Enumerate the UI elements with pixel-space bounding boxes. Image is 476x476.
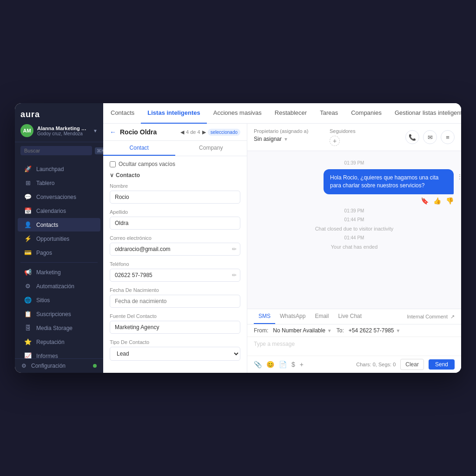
- bookmark-icon[interactable]: 🔖: [421, 197, 429, 205]
- sidebar-item-sitios[interactable]: 🌐 Sitios: [18, 293, 100, 307]
- conversaciones-icon: 💬: [24, 193, 32, 200]
- sidebar-item-label: Launchpad: [36, 166, 64, 172]
- fuente-input[interactable]: [110, 321, 240, 334]
- field-correo: Correo electrónico ✏: [110, 235, 240, 256]
- configuracion-icon: ⚙: [21, 363, 26, 369]
- chevron-down-icon: ▼: [284, 137, 288, 142]
- internal-comment[interactable]: Internal Comment ↗: [407, 309, 455, 324]
- user-name: Alanna Marketing Di...: [37, 126, 89, 131]
- sidebar-user-info: Alanna Marketing Di... Godoy cruz, Mendo…: [37, 126, 89, 136]
- field-apellido-label: Apellido: [110, 209, 240, 215]
- attachment-icon[interactable]: 📎: [254, 361, 262, 368]
- document-icon[interactable]: 📄: [279, 361, 287, 368]
- sidebar-logo: aura: [20, 110, 98, 119]
- contact-header: ← Rocio Oldra ◀ 4 de 4 ▶ seleccionado: [103, 124, 247, 141]
- sidebar-nav: 🚀 Launchpad ⊞ Tablero 💬 Conversaciones 📅…: [15, 159, 103, 358]
- emoji-icon[interactable]: 😊: [266, 361, 274, 368]
- sidebar: aura AM Alanna Marketing Di... Godoy cru…: [15, 103, 103, 373]
- nombre-input[interactable]: [110, 191, 240, 204]
- contact-name: Rocio Oldra: [120, 128, 177, 136]
- sidebar-item-launchpad[interactable]: 🚀 Launchpad: [18, 162, 100, 176]
- left-panel: ← Rocio Oldra ◀ 4 de 4 ▶ seleccionado Co…: [103, 124, 247, 373]
- pagos-icon: 💳: [24, 249, 32, 256]
- chat-timestamp-3: 01:44 PM: [255, 217, 454, 222]
- sidebar-item-media[interactable]: 🗄 Media Storage: [18, 321, 100, 335]
- marketing-icon: 📢: [24, 269, 32, 276]
- chat-tab-email[interactable]: Email: [310, 309, 333, 324]
- chevron-down-icon: ∨: [110, 172, 114, 178]
- chars-count: Chars: 0, Segs: 0: [356, 362, 396, 367]
- top-nav: Contacts Listas inteligentes Acciones ma…: [103, 103, 461, 124]
- back-arrow-icon[interactable]: ←: [110, 128, 116, 136]
- sidebar-item-label: Reputación: [36, 339, 65, 345]
- tab-company[interactable]: Company: [175, 141, 247, 156]
- chat-from-value[interactable]: No Number Available ▼: [273, 327, 331, 334]
- phone-icon[interactable]: 📞: [405, 130, 419, 144]
- pagination-next-icon[interactable]: ▶: [202, 129, 206, 135]
- send-button[interactable]: Send: [429, 359, 455, 370]
- sidebar-item-opportunities[interactable]: ⚡ Opportunities: [18, 232, 100, 245]
- dollar-icon[interactable]: $: [291, 361, 295, 368]
- plus-icon[interactable]: +: [300, 361, 304, 368]
- filter-icon[interactable]: ≡: [441, 130, 455, 144]
- correo-edit-icon[interactable]: ✏: [232, 246, 237, 252]
- field-telefono-label: Teléfono: [110, 261, 240, 267]
- field-fuente: Fuente Del Contacto: [110, 313, 240, 334]
- tablero-icon: ⊞: [24, 179, 32, 186]
- sidebar-item-configuracion[interactable]: ⚙ Configuración: [21, 363, 97, 369]
- sidebar-item-reputacion[interactable]: ⭐ Reputación: [18, 335, 100, 349]
- chat-timestamp-1: 01:39 PM: [255, 160, 454, 165]
- sidebar-item-label: Opportunities: [36, 236, 69, 242]
- tab-restablecer[interactable]: Restablecer: [268, 103, 313, 124]
- thumbsdown-icon[interactable]: 👎: [446, 197, 454, 205]
- chat-header: Propietario (asignado a) Sin asignar ▼ S…: [247, 124, 461, 151]
- sidebar-item-conversaciones[interactable]: 💬 Conversaciones: [18, 190, 100, 204]
- tab-contact[interactable]: Contact: [103, 141, 175, 156]
- chat-tab-sms[interactable]: SMS: [254, 309, 275, 324]
- telefono-edit-icon[interactable]: ✏: [232, 272, 237, 278]
- message-menu-icon[interactable]: ⋮: [456, 173, 461, 180]
- sidebar-item-contacts[interactable]: 👤 Contacts: [18, 218, 100, 231]
- tab-tareas[interactable]: Tareas: [313, 103, 344, 124]
- field-fecha-label: Fecha De Nacimiento: [110, 287, 240, 293]
- owner-label: Propietario (asignado a): [254, 128, 322, 134]
- fecha-input[interactable]: [110, 295, 240, 308]
- sidebar-item-pagos[interactable]: 💳 Pagos: [18, 246, 100, 259]
- sidebar-item-suscripciones[interactable]: 📋 Suscripciones: [18, 307, 100, 321]
- message-input-area[interactable]: Type a message: [247, 337, 461, 356]
- sidebar-footer-label: Configuración: [31, 363, 66, 369]
- add-follower-button[interactable]: +: [330, 136, 340, 146]
- chat-tab-whatsapp[interactable]: WhatsApp: [275, 309, 310, 324]
- tab-contacts[interactable]: Contacts: [111, 103, 141, 124]
- sidebar-item-tablero[interactable]: ⊞ Tablero: [18, 176, 100, 190]
- thumbsup-icon[interactable]: 👍: [433, 197, 441, 205]
- correo-input[interactable]: [110, 243, 240, 256]
- clear-button[interactable]: Clear: [400, 359, 424, 370]
- chat-tab-livechat[interactable]: Live Chat: [333, 309, 366, 324]
- email-icon[interactable]: ✉: [423, 130, 437, 144]
- contact-area: ← Rocio Oldra ◀ 4 de 4 ▶ seleccionado Co…: [103, 124, 461, 373]
- chat-system-msg-2: Your chat has ended: [255, 244, 454, 250]
- automatizacion-icon: ⚙: [24, 283, 32, 290]
- telefono-input[interactable]: [110, 269, 240, 282]
- chat-input-area: SMS WhatsApp Email Live Chat Internal Co…: [247, 309, 461, 373]
- sidebar-item-informes[interactable]: 📈 Informes: [18, 349, 100, 358]
- apellido-input[interactable]: [110, 217, 240, 230]
- pagination-prev-icon[interactable]: ◀: [180, 129, 184, 135]
- sidebar-search-container: ⌘K +: [15, 142, 103, 159]
- chat-to-value[interactable]: +54 2622 57-7985 ▼: [349, 327, 401, 334]
- sidebar-user[interactable]: AM Alanna Marketing Di... Godoy cruz, Me…: [20, 124, 98, 137]
- sidebar-item-automatizacion[interactable]: ⚙ Automatización: [18, 279, 100, 293]
- hide-empty-checkbox[interactable]: [110, 161, 116, 167]
- field-nombre: Nombre: [110, 183, 240, 204]
- tab-listas[interactable]: Listas inteligentes: [141, 103, 206, 124]
- tipo-contacto-select[interactable]: Lead Customer Prospect: [110, 347, 240, 361]
- tab-companies[interactable]: Companies: [344, 103, 388, 124]
- tab-gestionar[interactable]: Gestionar listas inteligentes: [388, 103, 461, 124]
- followers-section: Seguidores +: [330, 128, 398, 146]
- search-input[interactable]: [20, 146, 92, 155]
- sidebar-item-calendarios[interactable]: 📅 Calendarios: [18, 204, 100, 218]
- chat-timestamp-2: 01:39 PM: [255, 208, 454, 213]
- sidebar-item-marketing[interactable]: 📢 Marketing: [18, 265, 100, 279]
- tab-acciones[interactable]: Acciones masivas: [207, 103, 268, 124]
